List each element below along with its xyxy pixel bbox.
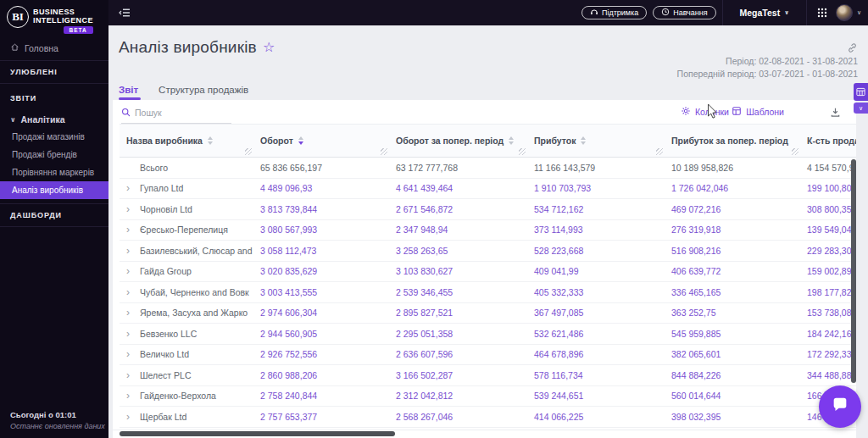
- collapse-sidebar-icon[interactable]: [119, 8, 131, 18]
- apps-grid-icon[interactable]: [817, 8, 827, 18]
- column-header[interactable]: Оборот: [253, 125, 389, 158]
- templates-button[interactable]: Шаблони: [732, 106, 784, 118]
- expand-row-icon[interactable]: ›: [126, 203, 140, 215]
- value-cell[interactable]: 528 223,668: [527, 241, 665, 262]
- value-cell[interactable]: 363 252,75: [665, 302, 800, 324]
- value-cell[interactable]: 159 002,892: [800, 261, 856, 282]
- value-cell[interactable]: 367 497,085: [527, 302, 665, 324]
- value-cell[interactable]: 560 014,644: [665, 385, 800, 407]
- expand-row-icon[interactable]: ›: [126, 348, 140, 360]
- sidebar-item[interactable]: Продажі брендів: [0, 146, 108, 164]
- column-header[interactable]: Назва виробника: [120, 125, 253, 158]
- value-cell[interactable]: 844 884,226: [665, 365, 800, 386]
- sidebar-item-home[interactable]: Головна: [0, 37, 108, 60]
- value-cell[interactable]: 2 944 560,905: [253, 324, 389, 345]
- value-cell[interactable]: 2 860 988,206: [253, 365, 389, 386]
- value-cell[interactable]: 2 568 267,046: [389, 407, 527, 428]
- value-cell[interactable]: 382 065,601: [665, 344, 800, 365]
- value-cell[interactable]: 153 738,082: [800, 302, 856, 324]
- favorite-star-icon[interactable]: ☆: [263, 41, 275, 54]
- value-cell[interactable]: 2 539 346,455: [389, 282, 527, 303]
- column-header[interactable]: Прибуток: [527, 125, 665, 158]
- expand-row-icon[interactable]: ›: [126, 369, 140, 381]
- sidebar-item[interactable]: Порівняння маркерів: [0, 164, 108, 181]
- column-header[interactable]: К-сть продажів: [800, 125, 856, 158]
- account-selector[interactable]: MegaTest ∨: [723, 8, 806, 18]
- sort-icon[interactable]: [509, 136, 514, 145]
- value-cell[interactable]: 2 671 546,872: [389, 199, 527, 220]
- expand-row-icon[interactable]: ›: [126, 245, 140, 257]
- value-cell[interactable]: 184 242,169: [800, 324, 856, 345]
- column-resize-handle[interactable]: [519, 148, 526, 155]
- value-cell[interactable]: 4 489 096,93: [253, 178, 389, 199]
- value-cell[interactable]: 3 058 112,473: [253, 241, 389, 262]
- value-cell[interactable]: 3 020 835,629: [253, 261, 389, 282]
- value-cell[interactable]: 2 974 606,304: [253, 302, 389, 324]
- value-cell[interactable]: 2 758 240,844: [253, 385, 389, 407]
- chat-button[interactable]: [819, 385, 861, 428]
- collapse-panel-button[interactable]: ∨: [854, 103, 868, 114]
- chevron-down-icon[interactable]: ∨: [857, 9, 861, 16]
- value-cell[interactable]: 198 177,828: [800, 282, 856, 303]
- support-button[interactable]: Підтримка: [581, 6, 647, 19]
- value-cell[interactable]: 545 959,885: [665, 324, 800, 345]
- tab-active[interactable]: Звіт: [119, 85, 138, 99]
- value-cell[interactable]: 1 910 703,793: [527, 178, 665, 199]
- column-header[interactable]: Оборот за попер. період: [389, 125, 527, 158]
- expand-row-icon[interactable]: ›: [126, 328, 140, 340]
- value-cell[interactable]: 336 465,165: [665, 282, 800, 303]
- share-link-icon[interactable]: [677, 42, 858, 53]
- tab[interactable]: Структура продажів: [159, 85, 248, 99]
- sidebar-item-active[interactable]: Аналіз виробників: [0, 181, 108, 199]
- value-cell[interactable]: 532 621,486: [527, 324, 665, 345]
- sidebar-section-dashboards[interactable]: ДАШБОРДИ: [0, 203, 108, 227]
- sidebar-section-favorites[interactable]: УЛЮБЛЕНІ: [0, 60, 108, 84]
- training-button[interactable]: Навчання: [653, 6, 715, 19]
- value-cell[interactable]: 534 712,162: [527, 199, 665, 220]
- download-icon[interactable]: [830, 106, 841, 121]
- value-cell[interactable]: 229 283,303: [800, 241, 856, 262]
- vertical-scrollbar[interactable]: [851, 159, 856, 383]
- column-header[interactable]: Прибуток за попер. період: [665, 125, 800, 158]
- value-cell[interactable]: 2 636 607,596: [389, 344, 527, 365]
- column-resize-handle[interactable]: [381, 148, 387, 155]
- value-cell[interactable]: 3 166 502,287: [389, 365, 527, 386]
- value-cell[interactable]: 405 332,333: [527, 282, 665, 303]
- column-resize-handle[interactable]: [792, 148, 798, 155]
- value-cell[interactable]: 578 116,734: [527, 365, 665, 386]
- value-cell[interactable]: 2 895 827,521: [389, 302, 527, 324]
- value-cell[interactable]: 172 292,334: [800, 344, 856, 365]
- value-cell[interactable]: 3 813 739,844: [253, 199, 389, 220]
- value-cell[interactable]: 516 908,216: [665, 241, 800, 262]
- value-cell[interactable]: 373 114,993: [527, 219, 665, 241]
- value-cell[interactable]: 2 312 042,812: [389, 385, 527, 407]
- expand-row-icon[interactable]: ›: [126, 411, 140, 423]
- value-cell[interactable]: 139 549,042: [800, 219, 856, 241]
- user-avatar[interactable]: [836, 4, 853, 21]
- value-cell[interactable]: 2 295 051,358: [389, 324, 527, 345]
- sidebar-item[interactable]: Продажі магазинів: [0, 128, 108, 146]
- sort-icon[interactable]: [208, 136, 213, 145]
- value-cell[interactable]: 276 319,918: [665, 219, 800, 241]
- value-cell[interactable]: 464 678,896: [527, 344, 665, 365]
- column-resize-handle[interactable]: [245, 148, 252, 155]
- value-cell[interactable]: 1 726 042,046: [665, 178, 800, 199]
- value-cell[interactable]: 3 080 567,993: [253, 219, 389, 241]
- column-resize-handle[interactable]: [656, 148, 663, 155]
- value-cell[interactable]: 308 800,351: [800, 199, 856, 220]
- expand-row-icon[interactable]: ›: [126, 182, 140, 194]
- value-cell[interactable]: 3 003 413,555: [253, 282, 389, 303]
- expand-row-icon[interactable]: ›: [126, 265, 140, 277]
- value-cell[interactable]: 2 926 752,556: [253, 344, 389, 365]
- value-cell[interactable]: 414 066,225: [527, 407, 665, 428]
- horizontal-scrollbar-thumb[interactable]: [120, 431, 395, 436]
- expand-row-icon[interactable]: ›: [126, 224, 140, 236]
- value-cell[interactable]: 409 041,99: [527, 261, 665, 282]
- horizontal-scrollbar-track[interactable]: [113, 430, 856, 438]
- value-cell[interactable]: 539 244,651: [527, 385, 665, 407]
- expand-row-icon[interactable]: ›: [126, 307, 140, 319]
- value-cell[interactable]: 199 100,807: [800, 178, 856, 199]
- columns-button[interactable]: Колонки: [681, 106, 729, 118]
- value-cell[interactable]: 406 639,772: [665, 261, 800, 282]
- value-cell[interactable]: 398 032,395: [665, 407, 800, 428]
